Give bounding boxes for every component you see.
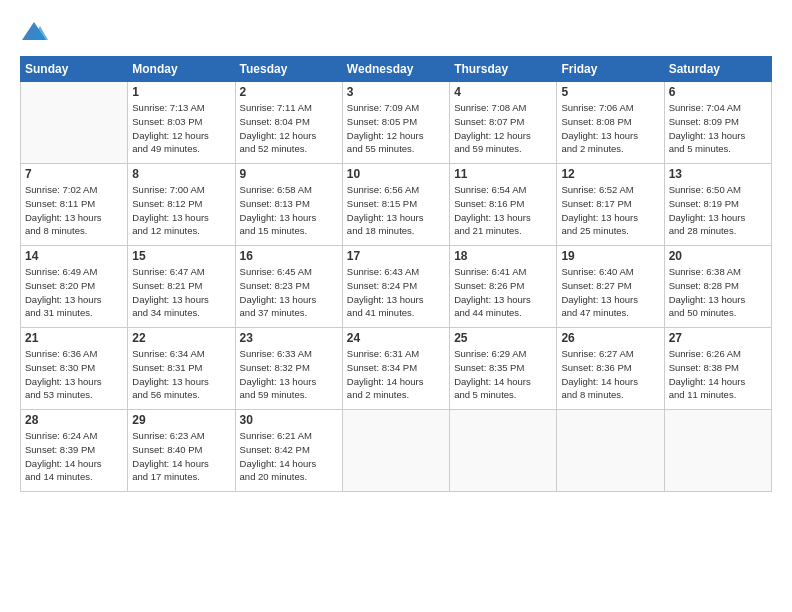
day-info: Sunrise: 6:21 AMSunset: 8:42 PMDaylight:… [240, 429, 338, 484]
calendar-cell: 21Sunrise: 6:36 AMSunset: 8:30 PMDayligh… [21, 328, 128, 410]
calendar-cell [450, 410, 557, 492]
calendar-cell [342, 410, 449, 492]
day-info: Sunrise: 6:50 AMSunset: 8:19 PMDaylight:… [669, 183, 767, 238]
day-number: 11 [454, 167, 552, 181]
calendar-cell: 26Sunrise: 6:27 AMSunset: 8:36 PMDayligh… [557, 328, 664, 410]
day-info: Sunrise: 7:02 AMSunset: 8:11 PMDaylight:… [25, 183, 123, 238]
day-info: Sunrise: 6:40 AMSunset: 8:27 PMDaylight:… [561, 265, 659, 320]
calendar-cell [21, 82, 128, 164]
day-info: Sunrise: 6:47 AMSunset: 8:21 PMDaylight:… [132, 265, 230, 320]
day-number: 26 [561, 331, 659, 345]
calendar-cell: 25Sunrise: 6:29 AMSunset: 8:35 PMDayligh… [450, 328, 557, 410]
day-info: Sunrise: 6:58 AMSunset: 8:13 PMDaylight:… [240, 183, 338, 238]
day-number: 24 [347, 331, 445, 345]
calendar-cell: 5Sunrise: 7:06 AMSunset: 8:08 PMDaylight… [557, 82, 664, 164]
calendar-cell: 1Sunrise: 7:13 AMSunset: 8:03 PMDaylight… [128, 82, 235, 164]
calendar-cell: 30Sunrise: 6:21 AMSunset: 8:42 PMDayligh… [235, 410, 342, 492]
calendar-cell: 27Sunrise: 6:26 AMSunset: 8:38 PMDayligh… [664, 328, 771, 410]
day-info: Sunrise: 6:29 AMSunset: 8:35 PMDaylight:… [454, 347, 552, 402]
day-number: 3 [347, 85, 445, 99]
day-number: 12 [561, 167, 659, 181]
logo-icon [20, 18, 48, 46]
day-info: Sunrise: 7:13 AMSunset: 8:03 PMDaylight:… [132, 101, 230, 156]
day-number: 4 [454, 85, 552, 99]
day-number: 30 [240, 413, 338, 427]
calendar-cell: 18Sunrise: 6:41 AMSunset: 8:26 PMDayligh… [450, 246, 557, 328]
day-number: 6 [669, 85, 767, 99]
day-info: Sunrise: 7:06 AMSunset: 8:08 PMDaylight:… [561, 101, 659, 156]
calendar-cell: 7Sunrise: 7:02 AMSunset: 8:11 PMDaylight… [21, 164, 128, 246]
day-info: Sunrise: 6:27 AMSunset: 8:36 PMDaylight:… [561, 347, 659, 402]
calendar-cell: 4Sunrise: 7:08 AMSunset: 8:07 PMDaylight… [450, 82, 557, 164]
calendar-cell: 19Sunrise: 6:40 AMSunset: 8:27 PMDayligh… [557, 246, 664, 328]
weekday-header-sunday: Sunday [21, 57, 128, 82]
day-number: 16 [240, 249, 338, 263]
calendar-cell: 15Sunrise: 6:47 AMSunset: 8:21 PMDayligh… [128, 246, 235, 328]
day-number: 20 [669, 249, 767, 263]
day-info: Sunrise: 6:45 AMSunset: 8:23 PMDaylight:… [240, 265, 338, 320]
weekday-header-wednesday: Wednesday [342, 57, 449, 82]
day-info: Sunrise: 7:00 AMSunset: 8:12 PMDaylight:… [132, 183, 230, 238]
week-row-3: 14Sunrise: 6:49 AMSunset: 8:20 PMDayligh… [21, 246, 772, 328]
calendar-cell: 20Sunrise: 6:38 AMSunset: 8:28 PMDayligh… [664, 246, 771, 328]
logo [20, 18, 52, 46]
day-number: 9 [240, 167, 338, 181]
day-info: Sunrise: 6:24 AMSunset: 8:39 PMDaylight:… [25, 429, 123, 484]
calendar-cell: 23Sunrise: 6:33 AMSunset: 8:32 PMDayligh… [235, 328, 342, 410]
weekday-header-row: SundayMondayTuesdayWednesdayThursdayFrid… [21, 57, 772, 82]
day-info: Sunrise: 6:34 AMSunset: 8:31 PMDaylight:… [132, 347, 230, 402]
week-row-4: 21Sunrise: 6:36 AMSunset: 8:30 PMDayligh… [21, 328, 772, 410]
day-info: Sunrise: 6:36 AMSunset: 8:30 PMDaylight:… [25, 347, 123, 402]
calendar-table: SundayMondayTuesdayWednesdayThursdayFrid… [20, 56, 772, 492]
day-info: Sunrise: 6:52 AMSunset: 8:17 PMDaylight:… [561, 183, 659, 238]
day-number: 27 [669, 331, 767, 345]
day-number: 7 [25, 167, 123, 181]
week-row-2: 7Sunrise: 7:02 AMSunset: 8:11 PMDaylight… [21, 164, 772, 246]
calendar-cell: 16Sunrise: 6:45 AMSunset: 8:23 PMDayligh… [235, 246, 342, 328]
calendar-cell: 9Sunrise: 6:58 AMSunset: 8:13 PMDaylight… [235, 164, 342, 246]
day-number: 2 [240, 85, 338, 99]
weekday-header-friday: Friday [557, 57, 664, 82]
calendar-cell: 10Sunrise: 6:56 AMSunset: 8:15 PMDayligh… [342, 164, 449, 246]
calendar-cell: 3Sunrise: 7:09 AMSunset: 8:05 PMDaylight… [342, 82, 449, 164]
day-number: 14 [25, 249, 123, 263]
day-number: 1 [132, 85, 230, 99]
calendar-cell: 17Sunrise: 6:43 AMSunset: 8:24 PMDayligh… [342, 246, 449, 328]
day-number: 23 [240, 331, 338, 345]
calendar-cell: 13Sunrise: 6:50 AMSunset: 8:19 PMDayligh… [664, 164, 771, 246]
calendar-cell: 12Sunrise: 6:52 AMSunset: 8:17 PMDayligh… [557, 164, 664, 246]
day-info: Sunrise: 7:08 AMSunset: 8:07 PMDaylight:… [454, 101, 552, 156]
day-number: 5 [561, 85, 659, 99]
calendar-cell [664, 410, 771, 492]
page: SundayMondayTuesdayWednesdayThursdayFrid… [0, 0, 792, 612]
calendar-cell: 24Sunrise: 6:31 AMSunset: 8:34 PMDayligh… [342, 328, 449, 410]
day-number: 10 [347, 167, 445, 181]
day-info: Sunrise: 6:56 AMSunset: 8:15 PMDaylight:… [347, 183, 445, 238]
calendar-cell: 14Sunrise: 6:49 AMSunset: 8:20 PMDayligh… [21, 246, 128, 328]
calendar-cell: 2Sunrise: 7:11 AMSunset: 8:04 PMDaylight… [235, 82, 342, 164]
day-number: 29 [132, 413, 230, 427]
day-info: Sunrise: 6:26 AMSunset: 8:38 PMDaylight:… [669, 347, 767, 402]
day-info: Sunrise: 6:33 AMSunset: 8:32 PMDaylight:… [240, 347, 338, 402]
day-number: 13 [669, 167, 767, 181]
day-info: Sunrise: 7:09 AMSunset: 8:05 PMDaylight:… [347, 101, 445, 156]
day-info: Sunrise: 6:54 AMSunset: 8:16 PMDaylight:… [454, 183, 552, 238]
day-info: Sunrise: 6:38 AMSunset: 8:28 PMDaylight:… [669, 265, 767, 320]
weekday-header-saturday: Saturday [664, 57, 771, 82]
day-number: 22 [132, 331, 230, 345]
weekday-header-monday: Monday [128, 57, 235, 82]
day-info: Sunrise: 6:41 AMSunset: 8:26 PMDaylight:… [454, 265, 552, 320]
calendar-cell: 28Sunrise: 6:24 AMSunset: 8:39 PMDayligh… [21, 410, 128, 492]
day-number: 17 [347, 249, 445, 263]
weekday-header-tuesday: Tuesday [235, 57, 342, 82]
calendar-cell [557, 410, 664, 492]
day-number: 25 [454, 331, 552, 345]
day-info: Sunrise: 7:11 AMSunset: 8:04 PMDaylight:… [240, 101, 338, 156]
week-row-5: 28Sunrise: 6:24 AMSunset: 8:39 PMDayligh… [21, 410, 772, 492]
day-info: Sunrise: 6:49 AMSunset: 8:20 PMDaylight:… [25, 265, 123, 320]
header [20, 18, 772, 46]
calendar-cell: 29Sunrise: 6:23 AMSunset: 8:40 PMDayligh… [128, 410, 235, 492]
day-number: 28 [25, 413, 123, 427]
day-number: 8 [132, 167, 230, 181]
calendar-cell: 8Sunrise: 7:00 AMSunset: 8:12 PMDaylight… [128, 164, 235, 246]
